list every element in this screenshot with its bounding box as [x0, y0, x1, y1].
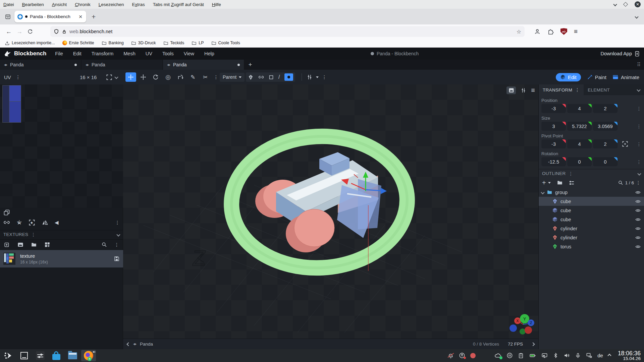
- outliner-add-dropdown-icon[interactable]: [548, 182, 551, 184]
- pivot-x-field[interactable]: -3: [541, 139, 566, 148]
- network-icon[interactable]: [586, 352, 592, 359]
- visibility-eye-icon[interactable]: [635, 208, 641, 213]
- group-expand-icon[interactable]: [541, 190, 544, 194]
- uv-link-icon[interactable]: [3, 219, 10, 226]
- menu-tabs-zugriff[interactable]: Tabs mit Zugriff auf Gerät: [153, 2, 204, 7]
- browser-tab[interactable]: Panda - Blockbench ✕: [14, 11, 86, 22]
- pivot-z-field[interactable]: 2: [593, 139, 618, 148]
- clock[interactable]: 18:06:36 15.04.26: [618, 350, 641, 361]
- outliner-row-cylinder-1[interactable]: cylinder: [539, 224, 644, 233]
- url-bar[interactable]: web.blockbench.net ☆: [50, 26, 525, 37]
- close-icon[interactable]: ✕: [635, 1, 641, 7]
- outliner-collapse-icon[interactable]: [637, 172, 641, 175]
- pivot-menu-icon[interactable]: ⋮: [637, 141, 641, 147]
- visibility-eye-icon[interactable]: [635, 217, 641, 222]
- rotation-z-field[interactable]: 0: [593, 157, 618, 166]
- texture-palette-icon[interactable]: [44, 242, 50, 248]
- texture-import-icon[interactable]: [17, 242, 23, 248]
- app-launcher-icon[interactable]: [0, 349, 16, 362]
- size-y-field[interactable]: 5.7322: [567, 122, 592, 131]
- bluetooth-icon[interactable]: [553, 353, 558, 358]
- pivot-focus-button[interactable]: [621, 140, 629, 148]
- link-uv-icon[interactable]: [258, 74, 264, 80]
- back-button[interactable]: ←: [3, 28, 14, 35]
- cloud-sync-icon[interactable]: [494, 352, 501, 359]
- position-x-field[interactable]: -3: [541, 104, 566, 113]
- resize-tool-button[interactable]: [138, 72, 149, 82]
- volume-icon[interactable]: [564, 352, 570, 359]
- rotation-menu-icon[interactable]: ⋮: [637, 159, 641, 165]
- uv-row-menu-icon[interactable]: ⋮: [115, 220, 120, 225]
- panel-collapse-icon[interactable]: [637, 88, 640, 92]
- visibility-eye-icon[interactable]: [635, 199, 641, 204]
- app-grid-icon[interactable]: ⠿: [637, 62, 641, 68]
- transform-menu-icon[interactable]: ⋮: [575, 87, 580, 93]
- rotation-x-field[interactable]: -12.5: [541, 157, 566, 166]
- bb-menu-uv[interactable]: UV: [146, 51, 152, 56]
- visibility-eye-icon[interactable]: [635, 190, 641, 195]
- viewport-sliders-icon[interactable]: [521, 87, 526, 93]
- outliner-row-cube-2[interactable]: cube: [539, 206, 644, 215]
- mesh-mode-icon[interactable]: [248, 74, 254, 80]
- sliders-dropdown-icon[interactable]: [316, 76, 319, 78]
- lock-icon[interactable]: [62, 29, 67, 34]
- menu-hilfe[interactable]: Hilfe: [212, 2, 221, 7]
- outliner-row-cube-selected[interactable]: cube: [539, 197, 644, 206]
- outliner-add-group-icon[interactable]: [557, 180, 563, 186]
- status-next-icon[interactable]: [531, 342, 535, 346]
- menu-extras[interactable]: Extras: [132, 2, 145, 7]
- bookmark-folder-3d-druck[interactable]: 3D-Druck: [131, 41, 156, 46]
- texture-folder-icon[interactable]: [31, 242, 37, 248]
- tab-close-icon[interactable]: ✕: [78, 14, 83, 19]
- mode-tab-edit[interactable]: Edit: [556, 73, 581, 81]
- extensions-puzzle-icon[interactable]: [547, 28, 554, 35]
- visibility-eye-icon[interactable]: [635, 235, 641, 240]
- pivot-y-field[interactable]: 4: [567, 139, 592, 148]
- bookmark-import[interactable]: Lesezeichen importie...: [5, 41, 55, 46]
- uv-auto-uv-icon[interactable]: ★A: [16, 219, 22, 226]
- bookmark-folder-lp[interactable]: LP: [192, 41, 204, 46]
- clipboard-icon[interactable]: [518, 353, 524, 359]
- bb-menu-view[interactable]: View: [184, 51, 194, 56]
- menu-datei[interactable]: Datei: [3, 2, 14, 7]
- sliders-menu-icon[interactable]: ⋮: [322, 74, 327, 80]
- viewport-3d[interactable]: ≡ Z: [123, 84, 538, 339]
- project-tab-1[interactable]: ◆ Panda: [0, 60, 82, 70]
- outliner-bar-menu-icon[interactable]: ⋮: [636, 180, 641, 185]
- vertex-snap-tool-button[interactable]: [175, 72, 186, 82]
- texture-create-icon[interactable]: [4, 242, 10, 248]
- bookmark-star-icon[interactable]: ☆: [517, 28, 521, 35]
- vertex-select-icon[interactable]: [284, 73, 293, 81]
- texture-list-item[interactable]: texture 16 x 16px (16x): [0, 250, 123, 267]
- position-menu-icon[interactable]: ⋮: [637, 106, 641, 111]
- menu-bearbeiten[interactable]: Bearbeiten: [22, 2, 44, 7]
- bookmark-folder-teckids[interactable]: Teckids: [163, 41, 184, 46]
- bb-menu-transform[interactable]: Transform: [92, 51, 114, 56]
- outliner-add-button[interactable]: +: [542, 179, 546, 186]
- visibility-eye-icon[interactable]: [635, 244, 641, 249]
- firefox-task-icon[interactable]: +: [80, 349, 97, 362]
- dolphin-files-icon[interactable]: [64, 349, 80, 362]
- project-tab-2[interactable]: ◆ Panda: [82, 60, 163, 70]
- bb-menu-help[interactable]: Help: [204, 51, 214, 56]
- outliner-menu-icon[interactable]: ⋮: [569, 171, 573, 176]
- bb-menu-edit[interactable]: Edit: [73, 51, 82, 56]
- size-x-field[interactable]: 3: [541, 122, 566, 131]
- seam-tool-button[interactable]: ✂: [200, 72, 211, 82]
- position-y-field[interactable]: 4: [567, 104, 592, 113]
- account-icon[interactable]: [534, 28, 541, 35]
- uv-editor-canvas[interactable]: [0, 84, 123, 208]
- firefox-view-icon[interactable]: [5, 13, 11, 20]
- tray-expand-icon[interactable]: [607, 354, 611, 357]
- screen-media-icon[interactable]: [541, 352, 548, 359]
- outliner-row-cube-3[interactable]: cube: [539, 215, 644, 224]
- app-menu-icon[interactable]: ≡: [574, 28, 578, 35]
- textures-menu-icon[interactable]: ⋮: [31, 232, 36, 237]
- tool-overflow-icon[interactable]: ⋮: [214, 74, 218, 80]
- size-menu-icon[interactable]: ⋮: [637, 124, 641, 129]
- rotation-y-field[interactable]: 0: [567, 157, 592, 166]
- uv-panel-menu-icon[interactable]: ⋮: [16, 74, 20, 80]
- tracking-protection-icon[interactable]: [54, 29, 59, 34]
- move-tool-button[interactable]: [125, 72, 136, 82]
- bb-menu-tools[interactable]: Tools: [162, 51, 174, 56]
